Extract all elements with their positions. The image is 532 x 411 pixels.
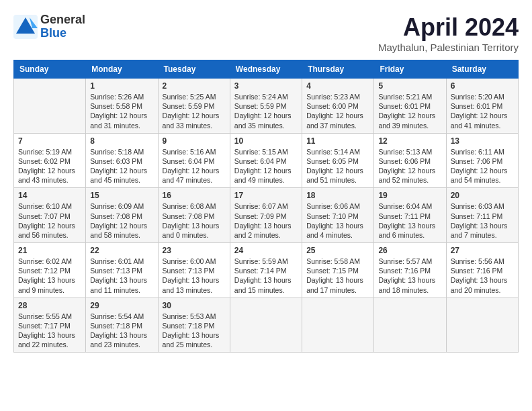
- title-block: April 2024 Maythalun, Palestinian Territ…: [378, 13, 519, 53]
- calendar-cell: 18Sunrise: 6:06 AM Sunset: 7:10 PM Dayli…: [302, 188, 374, 243]
- logo-blue: Blue: [40, 27, 85, 40]
- calendar-cell: 1Sunrise: 5:26 AM Sunset: 5:58 PM Daylig…: [86, 79, 158, 134]
- cell-content: Sunrise: 5:55 AM Sunset: 7:17 PM Dayligh…: [18, 312, 81, 350]
- calendar-cell: 7Sunrise: 5:19 AM Sunset: 6:02 PM Daylig…: [14, 133, 86, 188]
- cell-content: Sunrise: 5:19 AM Sunset: 6:02 PM Dayligh…: [18, 147, 81, 185]
- day-number: 14: [18, 191, 81, 200]
- calendar-cell: 26Sunrise: 5:57 AM Sunset: 7:16 PM Dayli…: [374, 243, 446, 298]
- day-number: 22: [90, 246, 153, 255]
- calendar-cell: 12Sunrise: 5:13 AM Sunset: 6:06 PM Dayli…: [374, 133, 446, 188]
- calendar-cell: 2Sunrise: 5:25 AM Sunset: 5:59 PM Daylig…: [158, 79, 230, 134]
- column-header-saturday: Saturday: [446, 60, 518, 79]
- day-number: 17: [234, 191, 298, 200]
- calendar-cell: 8Sunrise: 5:18 AM Sunset: 6:03 PM Daylig…: [86, 133, 158, 188]
- day-number: 29: [90, 301, 153, 310]
- cell-content: Sunrise: 6:06 AM Sunset: 7:10 PM Dayligh…: [306, 201, 369, 240]
- day-number: 16: [163, 191, 226, 200]
- calendar-week-1: 1Sunrise: 5:26 AM Sunset: 5:58 PM Daylig…: [14, 79, 519, 134]
- day-number: 11: [306, 136, 369, 146]
- day-number: 2: [163, 81, 226, 91]
- logo-icon: [13, 15, 38, 39]
- day-number: 10: [234, 136, 298, 146]
- calendar-cell: 13Sunrise: 6:11 AM Sunset: 7:06 PM Dayli…: [446, 133, 518, 188]
- calendar-cell: 20Sunrise: 6:03 AM Sunset: 7:11 PM Dayli…: [446, 188, 518, 243]
- calendar-cell: 27Sunrise: 5:56 AM Sunset: 7:16 PM Dayli…: [446, 243, 518, 298]
- day-number: 24: [234, 246, 298, 255]
- column-header-thursday: Thursday: [302, 60, 374, 79]
- day-number: 5: [378, 81, 441, 91]
- calendar-cell: 9Sunrise: 5:16 AM Sunset: 6:04 PM Daylig…: [158, 133, 230, 188]
- column-header-tuesday: Tuesday: [158, 60, 230, 79]
- calendar-cell: 22Sunrise: 6:01 AM Sunset: 7:13 PM Dayli…: [86, 243, 158, 298]
- day-number: 12: [378, 136, 441, 146]
- day-number: 15: [90, 191, 153, 200]
- cell-content: Sunrise: 5:58 AM Sunset: 7:15 PM Dayligh…: [306, 257, 369, 295]
- day-number: 23: [163, 246, 226, 255]
- day-number: 19: [378, 191, 441, 200]
- calendar-table: SundayMondayTuesdayWednesdayThursdayFrid…: [13, 60, 519, 353]
- cell-content: Sunrise: 5:18 AM Sunset: 6:03 PM Dayligh…: [90, 147, 153, 185]
- calendar-header-row: SundayMondayTuesdayWednesdayThursdayFrid…: [14, 60, 519, 79]
- cell-content: Sunrise: 6:04 AM Sunset: 7:11 PM Dayligh…: [378, 201, 441, 240]
- cell-content: Sunrise: 6:07 AM Sunset: 7:09 PM Dayligh…: [234, 201, 298, 240]
- logo-general: General: [40, 13, 85, 27]
- cell-content: Sunrise: 5:57 AM Sunset: 7:16 PM Dayligh…: [378, 257, 441, 295]
- calendar-cell: 6Sunrise: 5:20 AM Sunset: 6:01 PM Daylig…: [446, 79, 518, 134]
- day-number: 7: [18, 136, 81, 146]
- logo: General Blue: [13, 13, 85, 40]
- logo-text: General Blue: [40, 13, 85, 40]
- calendar-cell: 21Sunrise: 6:02 AM Sunset: 7:12 PM Dayli…: [14, 243, 86, 298]
- column-header-friday: Friday: [374, 60, 446, 79]
- calendar-cell: 4Sunrise: 5:23 AM Sunset: 6:00 PM Daylig…: [302, 79, 374, 134]
- day-number: 4: [306, 81, 369, 91]
- day-number: 3: [234, 81, 298, 91]
- cell-content: Sunrise: 5:16 AM Sunset: 6:04 PM Dayligh…: [163, 147, 226, 185]
- calendar-cell: 19Sunrise: 6:04 AM Sunset: 7:11 PM Dayli…: [374, 188, 446, 243]
- cell-content: Sunrise: 5:15 AM Sunset: 6:04 PM Dayligh…: [234, 147, 298, 185]
- day-number: 21: [18, 246, 81, 255]
- calendar-cell: 17Sunrise: 6:07 AM Sunset: 7:09 PM Dayli…: [230, 188, 302, 243]
- cell-content: Sunrise: 5:14 AM Sunset: 6:05 PM Dayligh…: [306, 147, 369, 185]
- cell-content: Sunrise: 6:08 AM Sunset: 7:08 PM Dayligh…: [163, 201, 226, 240]
- calendar-cell: 28Sunrise: 5:55 AM Sunset: 7:17 PM Dayli…: [14, 298, 86, 353]
- cell-content: Sunrise: 5:59 AM Sunset: 7:14 PM Dayligh…: [234, 257, 298, 295]
- month-year: April 2024: [378, 13, 519, 42]
- calendar-cell: 10Sunrise: 5:15 AM Sunset: 6:04 PM Dayli…: [230, 133, 302, 188]
- day-number: 13: [451, 136, 514, 146]
- calendar-cell: [302, 298, 374, 353]
- calendar-cell: 25Sunrise: 5:58 AM Sunset: 7:15 PM Dayli…: [302, 243, 374, 298]
- cell-content: Sunrise: 5:24 AM Sunset: 5:59 PM Dayligh…: [234, 92, 298, 130]
- cell-content: Sunrise: 5:21 AM Sunset: 6:01 PM Dayligh…: [378, 92, 441, 130]
- cell-content: Sunrise: 5:56 AM Sunset: 7:16 PM Dayligh…: [451, 257, 514, 295]
- day-number: 28: [18, 301, 81, 310]
- cell-content: Sunrise: 5:54 AM Sunset: 7:18 PM Dayligh…: [90, 312, 153, 350]
- calendar-cell: 23Sunrise: 6:00 AM Sunset: 7:13 PM Dayli…: [158, 243, 230, 298]
- column-header-wednesday: Wednesday: [230, 60, 302, 79]
- cell-content: Sunrise: 5:23 AM Sunset: 6:00 PM Dayligh…: [306, 92, 369, 130]
- page-header: General Blue April 2024 Maythalun, Pales…: [13, 13, 519, 53]
- calendar-cell: 29Sunrise: 5:54 AM Sunset: 7:18 PM Dayli…: [86, 298, 158, 353]
- column-header-sunday: Sunday: [14, 60, 86, 79]
- cell-content: Sunrise: 6:03 AM Sunset: 7:11 PM Dayligh…: [451, 201, 514, 240]
- calendar-cell: [446, 298, 518, 353]
- day-number: 20: [451, 191, 514, 200]
- cell-content: Sunrise: 6:02 AM Sunset: 7:12 PM Dayligh…: [18, 257, 81, 295]
- cell-content: Sunrise: 6:11 AM Sunset: 7:06 PM Dayligh…: [451, 147, 514, 185]
- calendar-cell: [230, 298, 302, 353]
- calendar-week-3: 14Sunrise: 6:10 AM Sunset: 7:07 PM Dayli…: [14, 188, 519, 243]
- calendar-cell: 11Sunrise: 5:14 AM Sunset: 6:05 PM Dayli…: [302, 133, 374, 188]
- calendar-cell: 5Sunrise: 5:21 AM Sunset: 6:01 PM Daylig…: [374, 79, 446, 134]
- column-header-monday: Monday: [86, 60, 158, 79]
- cell-content: Sunrise: 6:09 AM Sunset: 7:08 PM Dayligh…: [90, 201, 153, 240]
- calendar-week-2: 7Sunrise: 5:19 AM Sunset: 6:02 PM Daylig…: [14, 133, 519, 188]
- day-number: 27: [451, 246, 514, 255]
- day-number: 26: [378, 246, 441, 255]
- day-number: 30: [163, 301, 226, 310]
- calendar-cell: 14Sunrise: 6:10 AM Sunset: 7:07 PM Dayli…: [14, 188, 86, 243]
- cell-content: Sunrise: 5:13 AM Sunset: 6:06 PM Dayligh…: [378, 147, 441, 185]
- cell-content: Sunrise: 5:25 AM Sunset: 5:59 PM Dayligh…: [163, 92, 226, 130]
- cell-content: Sunrise: 5:26 AM Sunset: 5:58 PM Dayligh…: [90, 92, 153, 130]
- calendar-week-5: 28Sunrise: 5:55 AM Sunset: 7:17 PM Dayli…: [14, 298, 519, 353]
- location: Maythalun, Palestinian Territory: [378, 42, 519, 53]
- day-number: 8: [90, 136, 153, 146]
